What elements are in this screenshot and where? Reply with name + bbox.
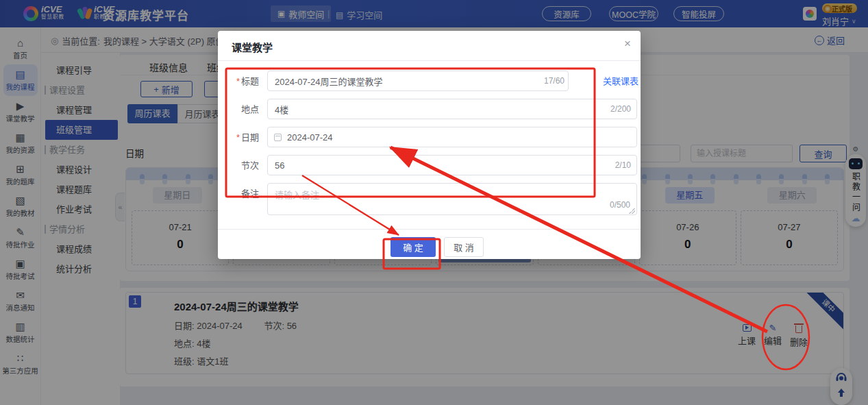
location-char-counter: 2/200: [600, 99, 631, 119]
modal-title: 课堂教学: [232, 40, 273, 54]
remark-textarea[interactable]: [267, 183, 637, 215]
classroom-teaching-modal: 课堂教学 × *标题 17/60 关联课表 地点 2/200 *日期 节次 2/…: [218, 31, 641, 259]
modal-footer-divider: [218, 229, 641, 230]
textarea-resize-handle[interactable]: [629, 208, 635, 214]
required-mark: *: [236, 76, 240, 86]
calendar-icon: [274, 134, 282, 141]
required-mark: *: [236, 132, 240, 143]
title-char-counter: 17/60: [537, 71, 565, 91]
date-input[interactable]: [267, 127, 637, 147]
period-input[interactable]: [267, 155, 637, 175]
title-input[interactable]: [267, 71, 569, 91]
location-field-row: 地点 2/200: [218, 99, 641, 121]
period-char-counter: 2/10: [600, 155, 631, 175]
remark-char-counter: 0/500: [596, 200, 630, 210]
title-field-row: *标题 17/60 关联课表: [218, 71, 641, 93]
close-icon[interactable]: ×: [624, 37, 631, 51]
period-field-row: 节次 2/10: [218, 155, 641, 177]
location-input[interactable]: [267, 99, 637, 119]
date-field-row: *日期: [218, 127, 641, 149]
confirm-button[interactable]: 确 定: [390, 237, 436, 257]
cancel-button[interactable]: 取 消: [444, 237, 484, 257]
modal-header-divider: [218, 60, 641, 61]
link-schedule-button[interactable]: 关联课表: [603, 71, 638, 92]
app-root: iCVE 智慧职教 iCVE 职教云 资源库教学平台 ▣ 教师空间 | ▤ 学习…: [0, 0, 868, 405]
